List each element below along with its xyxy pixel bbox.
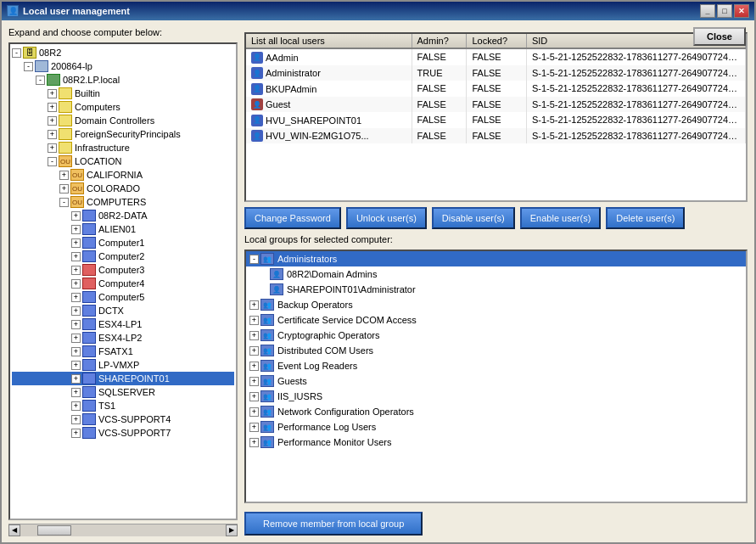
tree-item-domain-controllers[interactable]: +Domain Controllers [12, 114, 234, 127]
tree-item-sharepoint01[interactable]: +SHAREPOINT01 [12, 372, 234, 385]
tree-expander-sqlserver[interactable]: + [71, 388, 81, 397]
tree-expander-computer1[interactable]: + [71, 238, 81, 248]
tree-item-location[interactable]: -OULOCATION [12, 154, 234, 168]
tree-item-ts1[interactable]: +TS1 [12, 399, 234, 412]
group-item-8[interactable]: +👥Network Configuration Operators [246, 404, 746, 419]
tree-expander-sharepoint01[interactable]: + [71, 374, 81, 384]
group-expander-4[interactable]: + [249, 346, 259, 356]
tree-item-dctx[interactable]: +DCTX [12, 304, 234, 317]
tree-item-lp-vmxp[interactable]: +LP-VMXP [12, 358, 234, 372]
tree-expander-esx4-lp1[interactable]: + [71, 320, 81, 329]
group-expander-1[interactable]: + [249, 300, 259, 310]
tree-item-computer3[interactable]: +Computer3 [12, 263, 234, 277]
tree-expander-fsatx1[interactable]: + [71, 347, 81, 356]
group-expander-8[interactable]: + [249, 407, 259, 417]
tree-item-california[interactable]: +OUCALIFORNIA [12, 168, 234, 182]
tree-item-08r2[interactable]: -🗄08R2 [12, 46, 234, 59]
tree-item-computer4[interactable]: +Computer4 [12, 277, 234, 290]
hscroll-left[interactable]: ◀ [8, 524, 20, 536]
table-row[interactable]: 👤 HVU_SHAREPOINT01 FALSE FALSE S-1-5-21-… [246, 112, 746, 128]
enable-users-button[interactable]: Enable user(s) [520, 207, 602, 229]
group-item-6[interactable]: +👥Guests [246, 373, 746, 389]
hscroll-right[interactable]: ▶ [226, 524, 238, 536]
group-expander-2[interactable]: + [249, 316, 259, 325]
tree-item-computer5[interactable]: +Computer5 [12, 290, 234, 304]
table-row[interactable]: 👤 Administrator TRUE FALSE S-1-5-21-1252… [246, 65, 746, 81]
tree-item-alien01[interactable]: +ALIEN01 [12, 222, 234, 236]
group-item-0[interactable]: -👥Administrators [246, 251, 746, 266]
group-member-0-0[interactable]: 👤08R2\Domain Admins [246, 266, 746, 282]
tree-item-sqlserver[interactable]: +SQLSERVER [12, 385, 234, 399]
tree-item-foreignsec[interactable]: +ForeignSecurityPrincipals [12, 127, 234, 141]
tree-item-computers2[interactable]: -OUCOMPUTERS [12, 195, 234, 209]
table-row[interactable]: 👤 HVU_WIN-E2MG1O75... FALSE FALSE S-1-5-… [246, 128, 746, 144]
tree-expander-alien01[interactable]: + [71, 225, 81, 234]
group-item-1[interactable]: +👥Backup Operators [246, 297, 746, 312]
group-expander-6[interactable]: + [249, 377, 259, 386]
computer-tree[interactable]: -🗄08R2-200864-lp-08R2.LP.local+Builtin+C… [8, 42, 238, 520]
tree-expander-computer3[interactable]: + [71, 266, 81, 275]
unlock-users-button[interactable]: Unlock user(s) [346, 207, 427, 229]
tree-expander-08r2[interactable]: - [12, 48, 21, 58]
group-expander-0[interactable]: - [249, 255, 259, 264]
tree-item-builtin[interactable]: +Builtin [12, 87, 234, 100]
tree-item-vcs-support4[interactable]: +VCS-SUPPORT4 [12, 412, 234, 426]
tree-item-08r2-data[interactable]: +08R2-DATA [12, 209, 234, 222]
local-groups-container[interactable]: -👥Administrators👤08R2\Domain Admins👤SHAR… [244, 250, 748, 503]
tree-expander-lp-vmxp[interactable]: + [71, 361, 81, 370]
maximize-button[interactable]: □ [717, 4, 732, 18]
tree-item-esx4-lp1[interactable]: +ESX4-LP1 [12, 317, 234, 331]
tree-item-fsatx1[interactable]: +FSATX1 [12, 345, 234, 358]
group-item-4[interactable]: +👥Distributed COM Users [246, 343, 746, 358]
tree-expander-california[interactable]: + [59, 171, 69, 180]
tree-expander-dctx[interactable]: + [71, 306, 81, 316]
tree-expander-computer4[interactable]: + [71, 279, 81, 289]
group-item-9[interactable]: +👥Performance Log Users [246, 419, 746, 435]
tree-expander-200864-lp[interactable]: - [24, 62, 33, 71]
tree-expander-computer2[interactable]: + [71, 252, 81, 261]
group-item-10[interactable]: +👥Performance Monitor Users [246, 435, 746, 450]
tree-item-vcs-support7[interactable]: +VCS-SUPPORT7 [12, 426, 234, 440]
group-item-2[interactable]: +👥Certificate Service DCOM Access [246, 312, 746, 328]
table-row[interactable]: 👤 AAdmin FALSE FALSE S-1-5-21-1252522832… [246, 48, 746, 65]
group-expander-5[interactable]: + [249, 362, 259, 371]
tree-expander-08r2-lp[interactable]: - [36, 76, 45, 85]
tree-expander-builtin[interactable]: + [48, 89, 57, 98]
group-expander-7[interactable]: + [249, 392, 259, 401]
tree-expander-esx4-lp2[interactable]: + [71, 334, 81, 343]
close-button[interactable]: Close [693, 27, 746, 46]
group-expander-3[interactable]: + [249, 331, 259, 340]
tree-item-200864-lp[interactable]: -200864-lp [12, 59, 234, 73]
tree-expander-vcs-support7[interactable]: + [71, 429, 81, 438]
tree-expander-location[interactable]: - [48, 157, 57, 166]
minimize-button[interactable]: _ [700, 4, 715, 18]
table-row[interactable]: 👤 Guest FALSE FALSE S-1-5-21-1252522832-… [246, 97, 746, 113]
group-item-3[interactable]: +👥Cryptographic Operators [246, 328, 746, 343]
tree-expander-foreignsec[interactable]: + [48, 130, 57, 139]
group-expander-10[interactable]: + [249, 438, 259, 447]
tree-item-08r2-lp[interactable]: -08R2.LP.local [12, 73, 234, 87]
tree-item-computers[interactable]: +Computers [12, 100, 234, 114]
change-password-button[interactable]: Change Password [244, 207, 341, 229]
table-row[interactable]: 👤 BKUPAdmin FALSE FALSE S-1-5-21-1252522… [246, 81, 746, 97]
users-table-container[interactable]: List all local users Admin? Locked? SID … [244, 32, 748, 202]
tree-expander-domain-controllers[interactable]: + [48, 116, 57, 126]
tree-item-computer1[interactable]: +Computer1 [12, 236, 234, 250]
tree-expander-computers[interactable]: + [48, 103, 57, 112]
tree-expander-computer5[interactable]: + [71, 293, 81, 302]
remove-member-button[interactable]: Remove member from local group [244, 512, 423, 536]
hscroll-thumb[interactable] [37, 525, 71, 536]
tree-expander-infrastructure[interactable]: + [48, 143, 57, 153]
disable-users-button[interactable]: Disable user(s) [432, 207, 515, 229]
tree-expander-colorado[interactable]: + [59, 184, 69, 193]
tree-item-computer2[interactable]: +Computer2 [12, 250, 234, 263]
tree-expander-08r2-data[interactable]: + [71, 211, 81, 221]
group-item-7[interactable]: +👥IIS_IUSRS [246, 389, 746, 404]
tree-expander-computers2[interactable]: - [59, 198, 69, 207]
tree-expander-ts1[interactable]: + [71, 401, 81, 411]
window-close-button[interactable]: ✕ [734, 4, 749, 18]
group-item-5[interactable]: +👥Event Log Readers [246, 358, 746, 373]
tree-item-esx4-lp2[interactable]: +ESX4-LP2 [12, 331, 234, 345]
tree-item-colorado[interactable]: +OUCOLORADO [12, 182, 234, 195]
group-expander-9[interactable]: + [249, 423, 259, 432]
